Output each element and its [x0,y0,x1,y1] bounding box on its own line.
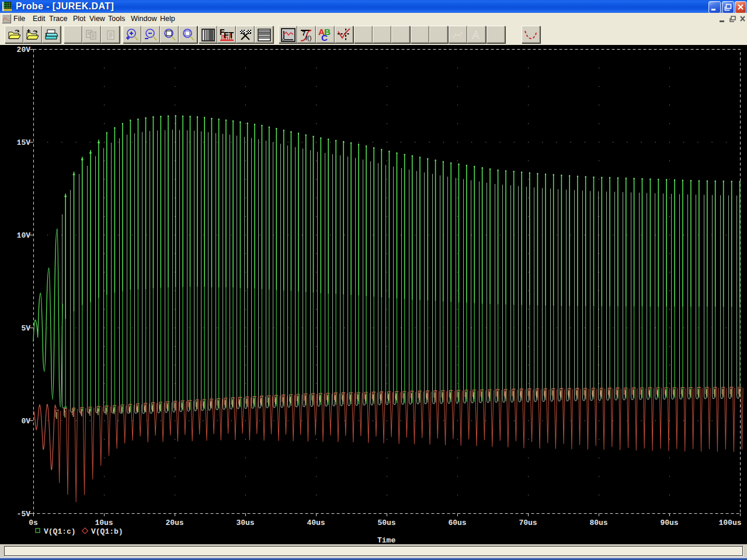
svg-text:70us: 70us [519,519,537,527]
svg-text:FT: FT [224,30,234,40]
svg-text:0V: 0V [21,417,30,426]
svg-text:30us: 30us [236,519,254,527]
svg-text:Time: Time [377,536,395,544]
svg-text:10V: 10V [17,231,31,240]
svg-text:100us: 100us [718,519,741,527]
svg-text:V(Q1:b): V(Q1:b) [91,527,123,536]
svg-text:V(Q1:c): V(Q1:c) [44,527,76,536]
svg-text:90us: 90us [660,519,678,527]
svg-text:50us: 50us [377,519,395,527]
svg-text:20V: 20V [17,46,31,54]
svg-text:20us: 20us [165,519,183,527]
svg-text:10us: 10us [95,519,113,527]
svg-text:0s: 0s [29,519,38,527]
svg-text:80us: 80us [589,519,607,527]
svg-text:40us: 40us [307,519,325,527]
svg-text:15V: 15V [17,138,31,147]
svg-text:60us: 60us [448,519,466,527]
svg-text:C: C [321,33,328,43]
svg-text:5V: 5V [21,324,30,333]
svg-text:f(): f() [305,34,311,41]
svg-text:-5V: -5V [17,510,31,519]
